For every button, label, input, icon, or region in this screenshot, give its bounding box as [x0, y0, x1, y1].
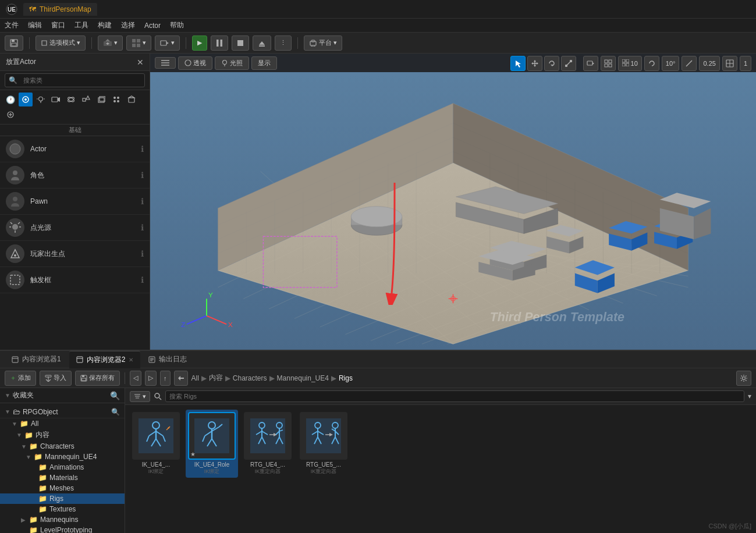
grid-snapping-tool[interactable]: [601, 56, 616, 71]
add-content-button[interactable]: ＋ 添加: [5, 371, 36, 386]
menu-file[interactable]: 文件: [5, 20, 19, 30]
scale-snap-value[interactable]: 0.25: [699, 56, 719, 71]
hamburger-menu-button[interactable]: [155, 57, 176, 69]
actor-item-pointlight[interactable]: 点光源 ℹ: [0, 215, 150, 241]
content-browser-settings-button[interactable]: [736, 371, 751, 386]
translate-tool[interactable]: [527, 56, 542, 71]
breadcrumb-content[interactable]: 内容: [209, 373, 223, 383]
asset-search-input[interactable]: [165, 390, 744, 402]
geometry-icon-btn[interactable]: [19, 93, 33, 106]
asset-rtg-ue5[interactable]: RTG_UE5_... IK重定向器: [297, 410, 350, 478]
select-tool[interactable]: [510, 56, 526, 71]
volumes-icon-btn[interactable]: [94, 93, 108, 106]
asset-ik-ue4-role[interactable]: ★ IK_UE4_Role IK绑定: [186, 410, 238, 478]
shapes-icon-btn[interactable]: [79, 93, 93, 106]
tree-all[interactable]: ▼ 📁 All: [0, 418, 125, 429]
add-button[interactable]: ▾: [98, 35, 123, 51]
menu-tools[interactable]: 工具: [74, 20, 88, 30]
rotation-snap-value[interactable]: 10°: [662, 56, 680, 71]
mesh-icon-btn[interactable]: [125, 93, 139, 106]
pause-button[interactable]: [211, 35, 228, 51]
stop-button[interactable]: [232, 35, 249, 51]
tree-textures[interactable]: 📁 Textures: [0, 504, 125, 514]
nav-back-button[interactable]: ◁: [130, 371, 141, 386]
rotate-tool[interactable]: [544, 56, 559, 71]
actor-info-btn-4[interactable]: ℹ: [141, 223, 144, 232]
breadcrumb-rigs[interactable]: Rigs: [339, 374, 353, 382]
nav-forward-button[interactable]: ▷: [145, 371, 157, 386]
actor-info-btn-2[interactable]: ℹ: [141, 170, 144, 180]
scale-snap-tool[interactable]: [682, 56, 697, 71]
show-button[interactable]: 显示: [251, 56, 277, 70]
project-search-icon[interactable]: 🔍: [111, 408, 120, 416]
cinematic-button[interactable]: ▾: [155, 35, 180, 51]
camera-speed-tool[interactable]: [583, 56, 598, 71]
viewport[interactable]: 透视 光照 显示: [150, 54, 756, 350]
actor-info-btn-5[interactable]: ℹ: [141, 249, 144, 258]
play-button[interactable]: ▶: [192, 35, 207, 51]
menu-edit[interactable]: 编辑: [28, 20, 42, 30]
more-play-button[interactable]: ⋮: [275, 35, 292, 51]
menu-build[interactable]: 构建: [98, 20, 112, 30]
select-mode-button[interactable]: 选项模式 ▾: [36, 35, 86, 51]
save-all-button[interactable]: 保存所有: [75, 371, 120, 386]
tab-browser1[interactable]: 内容浏览器1: [5, 351, 68, 368]
actor-item-pawn[interactable]: Pawn ℹ: [0, 189, 150, 215]
breadcrumb-characters[interactable]: Characters: [233, 374, 267, 382]
actor-info-btn-6[interactable]: ℹ: [141, 275, 144, 285]
breadcrumb-all[interactable]: All: [191, 374, 199, 382]
favorites-header[interactable]: ▼ 收藏夹: [5, 390, 34, 400]
scale-tool[interactable]: [561, 56, 576, 71]
tree-mannequin-ue4[interactable]: ▼ 📁 Mannequin_UE4: [0, 452, 125, 462]
asset-rtg-ue4[interactable]: RTG_UE4_... IK重定向器: [242, 410, 294, 478]
tree-levelprototyping[interactable]: 📁 LevelPrototyping: [0, 525, 125, 533]
import-button[interactable]: 导入: [40, 371, 72, 386]
extra-icon-btn[interactable]: [3, 108, 17, 122]
tree-animations[interactable]: 📁 Animations: [0, 462, 125, 472]
menu-select[interactable]: 选择: [121, 20, 135, 30]
physics-icon-btn[interactable]: [64, 93, 78, 106]
lighting-button[interactable]: 光照: [215, 56, 249, 70]
actor-item-trigger[interactable]: 触发框 ℹ: [0, 267, 150, 293]
sort-button[interactable]: ▾: [130, 391, 150, 402]
nav-up-button[interactable]: ↑: [160, 371, 171, 386]
save-button[interactable]: [5, 35, 23, 51]
tree-mannequins[interactable]: ▶ 📁 Mannequins: [0, 514, 125, 525]
breadcrumb-mannequin[interactable]: Mannequin_UE4: [277, 374, 329, 382]
actor-search-input[interactable]: [20, 75, 141, 86]
actor-item-actor[interactable]: Actor ℹ: [0, 136, 150, 162]
project-tab[interactable]: 🗺 ThirdPersonMap: [23, 3, 97, 16]
viewport-layout-tool[interactable]: [722, 56, 737, 71]
grid-button[interactable]: ▾: [126, 35, 151, 51]
folder-search-button[interactable]: 🔍: [110, 391, 120, 400]
actor-info-btn-3[interactable]: ℹ: [141, 197, 144, 206]
tree-characters[interactable]: ▼ 📁 Characters: [0, 441, 125, 452]
camera-icon-btn[interactable]: [49, 93, 63, 106]
all-icon-btn[interactable]: [109, 93, 123, 106]
menu-actor[interactable]: Actor: [144, 22, 161, 30]
rotation-snap-tool[interactable]: [644, 56, 659, 71]
platform-button[interactable]: 平台 ▾: [304, 35, 342, 51]
search-dropdown-arrow[interactable]: ▾: [748, 392, 751, 400]
actor-info-btn[interactable]: ℹ: [141, 144, 144, 154]
show-path-button[interactable]: [174, 371, 188, 386]
actor-item-playerstart[interactable]: 玩家出生点 ℹ: [0, 241, 150, 267]
tree-materials[interactable]: 📁 Materials: [0, 472, 125, 483]
asset-ik-ue4[interactable]: IK_UE4_... IK绑定: [130, 410, 182, 478]
lights-icon-btn[interactable]: [34, 93, 48, 106]
grid-size-control[interactable]: 10: [618, 56, 642, 71]
scene-3d[interactable]: Z X Y Third Person Template: [150, 72, 756, 350]
tree-rigs[interactable]: 📁 Rigs: [0, 493, 125, 504]
tab-log[interactable]: 输出日志: [141, 351, 194, 368]
menu-help[interactable]: 帮助: [170, 20, 184, 30]
menu-window[interactable]: 窗口: [51, 20, 65, 30]
tree-meshes[interactable]: 📁 Meshes: [0, 483, 125, 493]
actor-item-role[interactable]: 角色 ℹ: [0, 162, 150, 189]
eject-button[interactable]: [253, 35, 271, 51]
close-tab-button[interactable]: ✕: [129, 357, 133, 363]
perspective-button[interactable]: 透视: [178, 56, 212, 70]
recent-icon-btn[interactable]: 🕐: [3, 93, 17, 106]
tab-browser2[interactable]: 内容浏览器2 ✕: [69, 351, 141, 368]
close-panel-button[interactable]: ✕: [137, 58, 144, 67]
tree-content[interactable]: ▼ 📁 内容: [0, 429, 125, 441]
